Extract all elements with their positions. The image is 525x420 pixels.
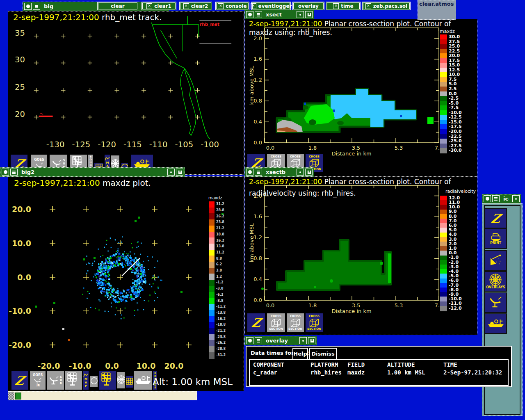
taskbar-button-clear[interactable]: clear bbox=[97, 2, 138, 10]
taskbar-button-time[interactable]: ✕time bbox=[326, 2, 361, 10]
window-iconify-button[interactable] bbox=[176, 169, 183, 176]
palette-button-ship[interactable] bbox=[484, 313, 507, 334]
colorbar-cell bbox=[209, 226, 215, 232]
toolbar-button-grid-radar[interactable] bbox=[99, 370, 116, 390]
toolbar-button-grid[interactable] bbox=[126, 376, 133, 388]
table-header-platform: PLATFORM bbox=[310, 361, 338, 368]
svg-text:1.6: 1.6 bbox=[253, 213, 262, 219]
cross-section-icon: CROSSSECTION bbox=[269, 315, 283, 331]
map-plot[interactable]: rhb_met 35302520-130-125-120-115-110-105… bbox=[8, 11, 244, 175]
window-zoom-button[interactable] bbox=[167, 169, 175, 176]
colorbar-tick-label: -13.8 bbox=[216, 311, 226, 315]
toolbar-button-cross[interactable]: CROSSSECTION bbox=[267, 313, 285, 332]
palette-button-spotlight[interactable] bbox=[484, 250, 507, 271]
svg-text:-10.0: -10.0 bbox=[69, 361, 91, 370]
svg-text:10.0: 10.0 bbox=[12, 239, 31, 248]
colorbar-cell bbox=[440, 274, 447, 279]
toolbar-button-zebra[interactable]: Z bbox=[247, 313, 265, 332]
window-doc-button[interactable] bbox=[492, 195, 500, 202]
table-header-time: TIME bbox=[443, 361, 457, 368]
svg-text:20.0: 20.0 bbox=[12, 205, 31, 214]
colorbar-cell bbox=[440, 205, 447, 210]
window-zoom-button[interactable] bbox=[297, 169, 304, 176]
titlebar-xsectb[interactable]: xsectb bbox=[244, 167, 314, 177]
window-doc-button[interactable] bbox=[33, 3, 40, 10]
window-zoom-button[interactable] bbox=[297, 11, 304, 18]
colorbar-tick-label: -12.0 bbox=[449, 306, 462, 311]
help-button[interactable]: Help bbox=[292, 348, 308, 360]
window-menu-button[interactable] bbox=[246, 337, 253, 344]
altitude-scrollbar[interactable] bbox=[8, 391, 197, 400]
window-zoom-button[interactable] bbox=[299, 337, 307, 344]
toolbar-button-sur[interactable]: SUR bbox=[46, 370, 64, 390]
radar-grid-icon bbox=[67, 372, 81, 389]
window-doc-button[interactable] bbox=[10, 169, 18, 176]
colorbar-tick-label: -30.0 bbox=[449, 148, 462, 153]
colorbar-cell bbox=[209, 352, 215, 359]
colorbar-tick-label: 26.2 bbox=[216, 215, 224, 218]
toolbar-button-goes[interactable]: GOES.IR bbox=[30, 370, 46, 390]
maxdz-ppi-plot[interactable]: 20.010.00.0-10.0-20.0-20.0-10.00.010.020… bbox=[8, 176, 244, 391]
window-iconify-button[interactable] bbox=[308, 337, 315, 344]
window-menu-button[interactable] bbox=[2, 169, 9, 176]
window-doc-button[interactable] bbox=[255, 337, 262, 344]
xsectb-title-line1: 2-sep-1997,21:21:00 Planar cross-section… bbox=[249, 178, 451, 186]
taskbar-button-label: time bbox=[341, 3, 354, 9]
taskbar-button-eventlogger[interactable]: ✕eventlogger bbox=[251, 2, 291, 10]
window-menu-button[interactable] bbox=[484, 195, 491, 202]
palette-button-dish[interactable] bbox=[484, 292, 507, 313]
svg-text:25: 25 bbox=[15, 82, 25, 92]
titlebar-icon[interactable]: icon bbox=[482, 194, 521, 203]
window-iconify-button[interactable] bbox=[305, 11, 313, 18]
palette-button-overlays[interactable]: OVERLAYS bbox=[484, 271, 507, 292]
toolbar-button-zebra[interactable]: Z bbox=[11, 370, 28, 390]
titlebar-big2[interactable]: big2 bbox=[0, 167, 185, 177]
toolbar-button-ship[interactable] bbox=[134, 370, 152, 390]
svg-text:0.0: 0.0 bbox=[253, 297, 262, 303]
window-doc-button[interactable] bbox=[255, 11, 262, 18]
overlays-icon: OVERLAYS bbox=[486, 274, 505, 289]
titlebar-xsect[interactable]: xsect bbox=[244, 10, 314, 19]
overlay-panel: Data times for big2 Help Dismiss COMPONE… bbox=[246, 346, 512, 387]
toolbar-button-grid-radar[interactable] bbox=[65, 370, 82, 390]
window-menu-button[interactable] bbox=[246, 11, 253, 18]
big2-axis-labels: 20.010.00.0-10.0-20.0-20.0-10.00.010.020… bbox=[9, 205, 183, 370]
toolbar-button-map[interactable]: MAP bbox=[82, 370, 89, 390]
toolbar-button-polar[interactable] bbox=[117, 372, 125, 389]
surveillance-radar-icon: SUR bbox=[49, 375, 62, 386]
toolbar-button-circle[interactable] bbox=[90, 375, 98, 388]
colorbar-cell bbox=[209, 274, 215, 280]
window-zoom-button[interactable] bbox=[512, 195, 520, 202]
colorbar-tick-label: 8.8 bbox=[216, 257, 222, 260]
iconified-window-clear-atmos[interactable]: clear.atmos bbox=[418, 0, 456, 20]
scrollbar-anchor[interactable] bbox=[8, 392, 14, 400]
big2-plot-timest: 2-sep-1997,21:21:00 bbox=[14, 178, 100, 188]
window-menu-button[interactable] bbox=[246, 169, 253, 176]
scrollbar-thumb[interactable] bbox=[15, 393, 21, 399]
colorbar-cell bbox=[440, 251, 447, 256]
taskbar-button-clear1[interactable]: ✕clear1 bbox=[142, 2, 176, 10]
dismiss-button[interactable]: Dismiss bbox=[309, 348, 337, 360]
radar-grid-icon bbox=[101, 372, 115, 389]
palette-button-zebra[interactable]: Z bbox=[484, 208, 507, 228]
table-cell: rhb_hires bbox=[310, 369, 342, 376]
svg-text:Distance in km: Distance in km bbox=[331, 308, 371, 314]
window-doc-button[interactable] bbox=[255, 169, 262, 176]
checkbox-icon: ✕ bbox=[365, 3, 371, 9]
palette-button-print[interactable]: PRINT bbox=[484, 228, 507, 249]
big2-colorbar-title: maxdz bbox=[208, 196, 222, 200]
taskbar-button-overlay[interactable]: overlay bbox=[292, 2, 324, 10]
toolbar-button-cross[interactable]: CROSSSECTION bbox=[305, 313, 323, 332]
big-plot-timestamp: 2-sep-1997,21:21:00 bbox=[13, 12, 99, 22]
big2-plot-title-text: maxdz plot. bbox=[103, 178, 151, 188]
svg-text:30: 30 bbox=[15, 55, 25, 65]
window-menu-button[interactable] bbox=[24, 3, 32, 10]
colorbar-cell bbox=[440, 129, 447, 135]
titlebar-overlay[interactable]: overlay bbox=[244, 336, 317, 345]
taskbar-button-clear2[interactable]: ✕clear2 bbox=[179, 2, 212, 10]
window-iconify-button[interactable] bbox=[305, 169, 313, 176]
toolbar-button-cross[interactable]: CROSSSECTION bbox=[286, 313, 304, 332]
svg-text:0.4: 0.4 bbox=[253, 276, 262, 282]
taskbar-button-console[interactable]: ✕console bbox=[215, 2, 249, 10]
taskbar-button-zeb.pacs.sol[interactable]: ✕zeb.pacs.sol bbox=[362, 2, 411, 10]
